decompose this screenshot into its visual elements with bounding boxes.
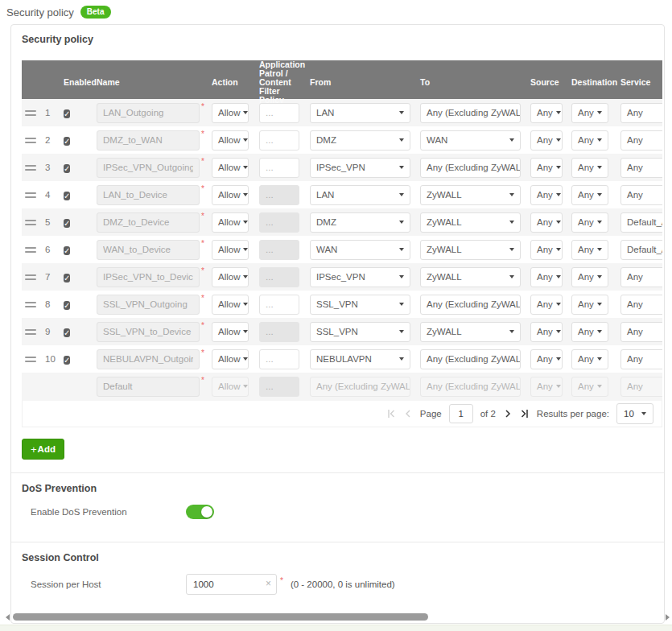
to-select[interactable]: Any (Excluding ZyWALL) [420,158,521,178]
to-select[interactable]: ZyWALL [420,240,521,260]
service-input[interactable]: Any [620,103,662,123]
session-per-host-input[interactable] [186,574,277,595]
app-patrol-input[interactable]: ... [259,377,299,397]
app-patrol-input[interactable]: ... [259,240,299,260]
from-select[interactable]: SSL_VPN [310,295,410,315]
destination-select[interactable]: Any [571,295,608,315]
page-number-input[interactable] [449,404,473,423]
from-select[interactable]: LAN [310,103,410,123]
source-select[interactable]: Any [530,212,563,233]
source-select[interactable]: Any [530,322,563,342]
drag-handle-icon[interactable] [25,165,36,171]
enabled-checkbox[interactable]: ✓ [64,301,70,310]
source-select[interactable]: Any [530,130,563,151]
destination-select[interactable]: Any [571,267,608,287]
first-page-icon[interactable] [386,409,396,419]
action-select[interactable]: Allow [212,267,249,287]
from-select[interactable]: DMZ [310,212,410,233]
app-patrol-input[interactable]: ... [259,185,299,205]
from-select[interactable]: IPSec_VPN [310,267,410,287]
to-select[interactable]: ZyWALL [420,267,521,287]
enabled-checkbox[interactable]: ✓ [64,109,70,118]
action-select[interactable]: Allow [212,240,249,260]
drag-handle-icon[interactable] [25,220,36,225]
results-per-page-select[interactable]: 10 [616,403,653,424]
from-select[interactable]: NEBULAVPN [310,349,410,369]
enabled-checkbox[interactable]: ✓ [64,356,70,365]
app-patrol-input[interactable]: ... [259,130,299,151]
enabled-checkbox[interactable]: ✓ [64,328,70,337]
previous-page-icon[interactable] [403,409,413,419]
drag-handle-icon[interactable] [25,138,36,143]
action-select[interactable]: Allow [212,185,249,205]
from-select[interactable]: SSL_VPN [310,322,410,342]
from-select[interactable]: WAN [310,240,410,260]
scrollbar-thumb[interactable] [13,613,428,621]
from-select[interactable]: DMZ [310,130,410,151]
drag-handle-icon[interactable] [25,192,36,198]
app-patrol-input[interactable]: ... [259,295,299,315]
policy-name-input[interactable] [97,158,200,178]
destination-select[interactable]: Any [571,349,608,369]
to-select[interactable]: Any (Excluding ZyWALL) [420,295,521,315]
app-patrol-input[interactable]: ... [259,267,299,287]
service-input[interactable]: Any [620,349,662,369]
source-select[interactable]: Any [530,158,563,178]
to-select[interactable]: ZyWALL [420,322,521,342]
service-input[interactable]: Any [620,295,662,315]
enabled-checkbox[interactable]: ✓ [64,219,70,228]
service-input[interactable]: Any [620,267,662,287]
from-select[interactable]: Any (Excluding ZyWALL) [310,377,410,397]
policy-name-input[interactable] [97,103,200,123]
enabled-checkbox[interactable]: ✓ [64,192,70,200]
to-select[interactable]: ZyWALL [420,212,521,233]
policy-name-input[interactable] [97,322,200,342]
destination-select[interactable]: Any [571,322,608,342]
to-select[interactable]: WAN [420,130,521,151]
destination-select[interactable]: Any [571,103,608,123]
add-policy-button[interactable]: + Add [22,439,64,460]
service-input[interactable]: Default_Allow [620,240,662,260]
source-select[interactable]: Any [530,267,563,287]
enabled-checkbox[interactable]: ✓ [64,137,70,146]
clear-input-icon[interactable]: × [266,579,271,589]
action-select[interactable]: Allow [212,295,249,315]
service-input[interactable]: Any [620,322,662,342]
app-patrol-input[interactable]: ... [259,103,299,123]
policy-name-input[interactable] [97,212,200,233]
source-select[interactable]: Any [530,295,563,315]
policy-name-input[interactable] [97,240,200,260]
action-select[interactable]: Allow [212,158,249,178]
app-patrol-input[interactable]: ... [259,158,299,178]
scroll-right-icon[interactable] [666,614,670,621]
policy-name-input[interactable] [97,267,200,287]
action-select[interactable]: Allow [212,130,249,151]
app-patrol-input[interactable]: ... [259,212,299,233]
scroll-left-icon[interactable] [6,614,10,621]
destination-select[interactable]: Any [571,377,608,397]
source-select[interactable]: Any [530,185,563,205]
action-select[interactable]: Allow [212,349,249,369]
destination-select[interactable]: Any [571,130,608,151]
source-select[interactable]: Any [530,377,563,397]
action-select[interactable]: Allow [212,103,249,123]
destination-select[interactable]: Any [571,185,608,205]
enable-dos-toggle[interactable] [186,505,214,519]
drag-handle-icon[interactable] [25,329,36,335]
action-select[interactable]: Allow [212,212,249,233]
service-input[interactable]: Default_Allow [620,212,662,233]
destination-select[interactable]: Any [571,158,608,178]
next-page-icon[interactable] [503,409,513,419]
action-select[interactable]: Allow [212,322,249,342]
source-select[interactable]: Any [530,103,563,123]
drag-handle-icon[interactable] [25,247,36,253]
service-input[interactable]: Any [620,158,662,178]
service-input[interactable]: Any [620,130,662,151]
from-select[interactable]: IPSec_VPN [310,158,410,178]
enabled-checkbox[interactable]: ✓ [64,164,70,173]
drag-handle-icon[interactable] [25,357,36,362]
policy-name-input[interactable] [97,349,200,369]
source-select[interactable]: Any [530,349,563,369]
drag-handle-icon[interactable] [25,110,36,116]
app-patrol-input[interactable]: ... [259,349,299,369]
